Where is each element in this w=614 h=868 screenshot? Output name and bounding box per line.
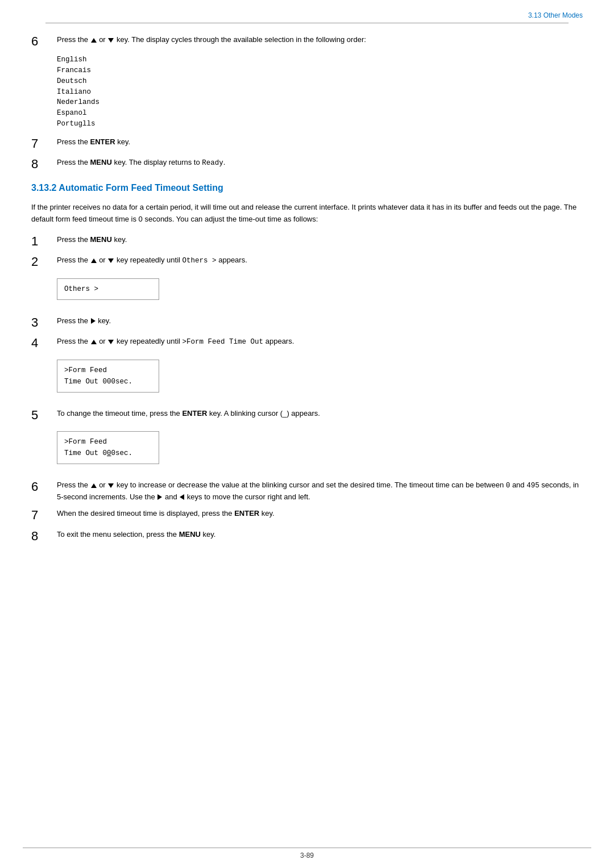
language-list: English Francais Deutsch Italiano Nederl…	[57, 55, 583, 129]
top-step-6-content: Press the or key. The display cycles thr…	[57, 34, 583, 45]
step-6-content: Press the or key to increase or decrease…	[57, 479, 583, 502]
step-5-line2: Time Out 000sec.	[64, 449, 132, 457]
step-2-display-container: Others >	[57, 276, 583, 308]
page-number: 3-89	[300, 852, 314, 859]
top-step-7-number: 7	[31, 136, 57, 151]
top-step-8-number: 8	[31, 157, 57, 172]
page-header: 3.13 Other Modes	[528, 11, 583, 19]
step-5-display-box: >Form Feed Time Out 000sec.	[57, 431, 159, 464]
step-8-content: To exit the menu selection, press the ME…	[57, 529, 583, 540]
bottom-rule	[23, 848, 591, 848]
step-4-code: >Form Feed Time Out	[182, 338, 264, 346]
step-1-row: 1 Press the MENU key.	[31, 234, 583, 249]
menu-key-label-s8: MENU	[179, 530, 201, 539]
top-rule	[45, 23, 569, 23]
menu-key-label-8: MENU	[90, 158, 112, 166]
step-6-number: 6	[31, 479, 57, 494]
step-4-row: 4 Press the or key repeatedly until >For…	[31, 336, 583, 350]
step-8-number: 8	[31, 529, 57, 544]
top-step-7-content: Press the ENTER key.	[57, 136, 583, 148]
enter-key-label-s5: ENTER	[182, 409, 207, 418]
menu-key-label-s1: MENU	[90, 235, 112, 244]
step-2-content: Press the or key repeatedly until Others…	[57, 254, 583, 266]
top-step-6-number: 6	[31, 34, 57, 49]
step-3-row: 3 Press the key.	[31, 315, 583, 330]
step-6-code1: 0	[506, 482, 511, 490]
step-3-number: 3	[31, 315, 57, 330]
step-2-code: Others >	[182, 257, 217, 265]
header-section-ref: 3.13 Other Modes	[528, 11, 583, 19]
step-4-content: Press the or key repeatedly until >Form …	[57, 336, 583, 348]
step-5-row: 5 To change the timeout time, press the …	[31, 408, 583, 423]
step-6-row: 6 Press the or key to increase or decrea…	[31, 479, 583, 502]
step-1-content: Press the MENU key.	[57, 234, 583, 245]
top-step-6-languages: English Francais Deutsch Italiano Nederl…	[57, 55, 583, 129]
step-4-display-container: >Form Feed Time Out 000sec.	[57, 357, 583, 401]
step-5-display-container: >Form Feed Time Out 000sec.	[57, 428, 583, 473]
top-section: 6 Press the or key. The display cycles t…	[31, 34, 583, 172]
enter-key-label-s7: ENTER	[234, 509, 259, 518]
step-7-content: When the desired timeout time is display…	[57, 508, 583, 519]
step-5-content: To change the timeout time, press the EN…	[57, 408, 583, 419]
step-6-code2: 495	[526, 482, 540, 490]
step-8-row: 8 To exit the menu selection, press the …	[31, 529, 583, 544]
top-step-8-row: 8 Press the MENU key. The display return…	[31, 157, 583, 172]
step-7-row: 7 When the desired timeout time is displ…	[31, 508, 583, 523]
section-description: If the printer receives no data for a ce…	[31, 202, 583, 226]
step-2-number: 2	[31, 254, 57, 269]
step-5-number: 5	[31, 408, 57, 423]
step-7-number: 7	[31, 508, 57, 523]
step-2-row: 2 Press the or key repeatedly until Othe…	[31, 254, 583, 269]
step-4-display-box: >Form Feed Time Out 000sec.	[57, 360, 159, 393]
page-container: 3.13 Other Modes 6 Press the or key. The…	[0, 0, 614, 868]
main-content: 6 Press the or key. The display cycles t…	[31, 34, 583, 834]
step-2-display-box: Others >	[57, 278, 159, 300]
top-step-8-content: Press the MENU key. The display returns …	[57, 157, 583, 169]
top-step-6-row: 6 Press the or key. The display cycles t…	[31, 34, 583, 49]
section-heading: 3.13.2 Automatic Form Feed Timeout Setti…	[31, 183, 583, 193]
step-3-content: Press the key.	[57, 315, 583, 327]
step-4-number: 4	[31, 336, 57, 350]
enter-key-label-7: ENTER	[90, 137, 115, 146]
top-step-7-row: 7 Press the ENTER key.	[31, 136, 583, 151]
step-1-number: 1	[31, 234, 57, 249]
ready-text: Ready	[202, 159, 223, 167]
